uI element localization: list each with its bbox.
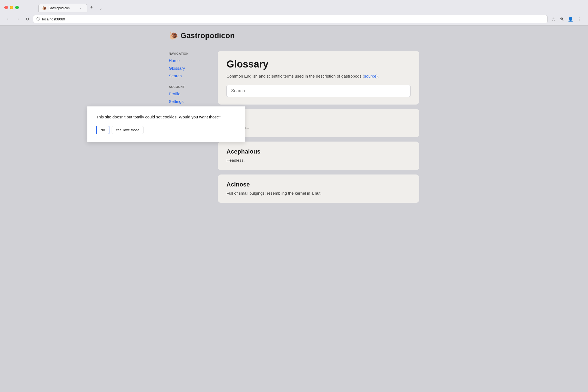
toolbar-icons: ☆ ⚗ 👤 ⋮ bbox=[550, 15, 584, 23]
search-input[interactable] bbox=[226, 85, 411, 97]
active-tab[interactable]: 🐌 Gastropodicon × bbox=[38, 4, 87, 12]
new-tab-button[interactable]: + bbox=[87, 3, 96, 12]
browser-addressbar: ← → ↻ ⓘ localhost:8080 ☆ ⚗ 👤 ⋮ bbox=[0, 14, 588, 25]
sidebar-item-settings[interactable]: Settings bbox=[169, 98, 218, 105]
site-title: Gastropodicon bbox=[180, 31, 235, 40]
browser-chrome: 🐌 Gastropodicon × + ⌄ ← → ↻ ⓘ localhost:… bbox=[0, 0, 588, 26]
term-title-aba: Aba bbox=[226, 115, 411, 122]
address-url: localhost:8080 bbox=[42, 17, 544, 21]
back-button[interactable]: ← bbox=[4, 16, 12, 23]
close-button[interactable] bbox=[4, 6, 8, 9]
tab-dropdown-button[interactable]: ⌄ bbox=[96, 4, 106, 12]
glossary-title: Glossary bbox=[226, 59, 411, 70]
term-definition-aba: Away from... bbox=[226, 125, 411, 131]
sidebar-item-search[interactable]: Search bbox=[169, 72, 218, 80]
source-link[interactable]: source bbox=[364, 74, 376, 78]
menu-button[interactable]: ⋮ bbox=[576, 15, 584, 23]
tab-favicon: 🐌 bbox=[42, 6, 46, 10]
term-card-acephalous: Acephalous Headless. bbox=[218, 142, 419, 170]
forward-button[interactable]: → bbox=[14, 16, 22, 23]
address-bar[interactable]: ⓘ localhost:8080 bbox=[33, 15, 548, 23]
cookie-yes-button[interactable]: Yes, love those bbox=[112, 126, 144, 134]
snail-icon: 🐌 bbox=[169, 31, 178, 40]
sidebar-item-profile[interactable]: Profile bbox=[169, 90, 218, 98]
browser-titlebar: 🐌 Gastropodicon × + ⌄ bbox=[0, 0, 588, 14]
site-header: 🐌 Gastropodicon bbox=[158, 26, 430, 43]
main-content: Glossary Common English and scientific t… bbox=[218, 51, 419, 203]
tab-label: Gastropodicon bbox=[48, 6, 76, 10]
account-section-title: ACCOUNT bbox=[169, 85, 218, 88]
address-lock-icon: ⓘ bbox=[36, 17, 40, 22]
flask-button[interactable]: ⚗ bbox=[558, 15, 565, 23]
refresh-button[interactable]: ↻ bbox=[24, 16, 31, 23]
cookie-buttons: No Yes, love those bbox=[96, 126, 236, 134]
maximize-button[interactable] bbox=[15, 6, 19, 9]
term-definition-acinose: Full of small bulgings; resembling the k… bbox=[226, 190, 411, 197]
sidebar-item-glossary[interactable]: Glossary bbox=[169, 65, 218, 72]
bookmark-button[interactable]: ☆ bbox=[550, 15, 557, 23]
description-before: Common English and scientific terms used… bbox=[226, 74, 364, 78]
profile-button[interactable]: 👤 bbox=[566, 15, 575, 23]
term-title-acephalous: Acephalous bbox=[226, 148, 411, 155]
minimize-button[interactable] bbox=[10, 6, 13, 9]
term-definition-acephalous: Headless. bbox=[226, 157, 411, 164]
cookie-dialog: This site doesn't but totally could set … bbox=[87, 106, 245, 142]
sidebar-item-home[interactable]: Home bbox=[169, 57, 218, 65]
cookie-no-button[interactable]: No bbox=[96, 126, 109, 134]
browser-tabs: 🐌 Gastropodicon × + ⌄ bbox=[22, 3, 122, 12]
cookie-message: This site doesn't but totally could set … bbox=[96, 114, 236, 120]
glossary-description: Common English and scientific terms used… bbox=[226, 73, 411, 79]
description-after: ). bbox=[376, 74, 379, 78]
term-title-acinose: Acinose bbox=[226, 181, 411, 188]
sidebar-account-section: ACCOUNT Profile Settings bbox=[169, 85, 218, 105]
glossary-card: Glossary Common English and scientific t… bbox=[218, 51, 419, 105]
traffic-lights bbox=[4, 6, 19, 9]
site-logo: 🐌 Gastropodicon bbox=[169, 31, 235, 40]
tab-close-button[interactable]: × bbox=[78, 6, 83, 10]
sidebar-nav-section: NAVIGATION Home Glossary Search bbox=[169, 52, 218, 80]
term-card-aba: Aba Away from... bbox=[218, 109, 419, 137]
term-card-acinose: Acinose Full of small bulgings; resembli… bbox=[218, 174, 419, 203]
nav-section-title: NAVIGATION bbox=[169, 52, 218, 55]
